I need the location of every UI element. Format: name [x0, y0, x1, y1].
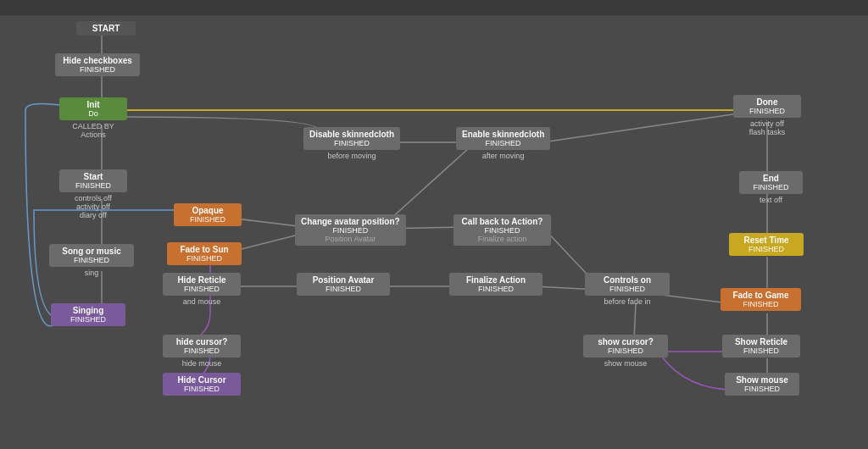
- opaque-title: Opaque: [180, 206, 236, 215]
- svg-line-15: [542, 113, 744, 142]
- node-init: Init Do CALLED BYActions: [59, 97, 127, 139]
- done-title: Done: [739, 97, 795, 107]
- position-avatar-title: Position Avatar: [303, 275, 384, 285]
- init-title: Init: [65, 100, 121, 109]
- node-fade-to-sun: Fade to Sun FINISHED: [167, 242, 242, 265]
- node-change-avatar: Change avatar position? FINISHED Positio…: [295, 214, 406, 246]
- enable-skin-title: Enable skinnedcloth: [462, 130, 544, 139]
- node-show-mouse: Show mouse FINISHED: [725, 373, 799, 396]
- show-reticle-title: Show Reticle: [728, 337, 794, 346]
- node-song-or-music: Song or music FINISHED sing: [49, 244, 134, 277]
- init-sublabel: Do: [65, 109, 121, 118]
- fade-to-sun-title: Fade to Sun: [173, 245, 236, 254]
- finalize-action-title: Finalize Action: [455, 275, 537, 285]
- enable-skin-note: after moving: [456, 152, 550, 160]
- hide-cursor-title: Hide Cursor: [169, 375, 235, 385]
- song-note: sing: [49, 269, 134, 277]
- show-mouse-title: Show mouse: [731, 375, 793, 385]
- reset-time-title: Reset Time: [735, 236, 798, 245]
- node-hide-checkboxes: Hide checkboxes FINISHED: [55, 53, 140, 76]
- node-start: START: [76, 21, 136, 36]
- node-controls-on: Controls on FINISHED before fade in: [585, 273, 670, 306]
- node-fade-to-game: Fade to Game FINISHED: [721, 288, 801, 311]
- node-hide-cursor: Hide Cursor FINISHED: [163, 373, 241, 396]
- disable-skin-title: Disable skinnedcloth: [309, 130, 394, 139]
- node-singing: Singing FINISHED: [51, 303, 125, 326]
- hide-checkboxes-status: FINISHED: [61, 65, 134, 74]
- header-bar: [0, 0, 868, 15]
- node-call-back: Call back to Action? FINISHED Finalize a…: [453, 214, 551, 246]
- node-finalize-action: Finalize Action FINISHED: [449, 273, 542, 296]
- change-avatar-title: Change avatar position?: [301, 217, 400, 226]
- call-back-title: Call back to Action?: [459, 217, 545, 226]
- singing-title: Singing: [57, 306, 120, 315]
- done-note: activity offflash tasks: [733, 119, 801, 136]
- end-title: End: [745, 174, 797, 183]
- node-position-avatar: Position Avatar FINISHED: [297, 273, 390, 296]
- show-cursor-q-note: show mouse: [583, 359, 668, 368]
- hide-cursor-q-note: hide mouse: [163, 359, 241, 368]
- fade-to-game-title: Fade to Game: [726, 291, 795, 300]
- start2-note: controls offactivity offdiary off: [59, 194, 127, 219]
- controls-on-title: Controls on: [591, 275, 664, 285]
- node-end: End FINISHED text off: [739, 171, 803, 204]
- song-title: Song or music: [55, 247, 128, 256]
- start2-title: Start: [65, 172, 121, 181]
- node-start2: Start FINISHED controls offactivity offd…: [59, 169, 127, 219]
- node-show-cursor-q: show cursor? FINISHED show mouse: [583, 335, 668, 368]
- hide-reticle-title: Hide Reticle: [169, 275, 235, 285]
- node-enable-skinnedcloth: Enable skinnedcloth FINISHED after movin…: [456, 127, 550, 160]
- hide-cursor-q-title: hide cursor?: [169, 337, 235, 346]
- node-hide-reticle: Hide Reticle FINISHED and mouse: [163, 273, 241, 306]
- svg-line-17: [661, 295, 729, 303]
- node-reset-time: Reset Time FINISHED: [729, 233, 804, 256]
- node-disable-skinnedcloth: Disable skinnedcloth FINISHED before mov…: [303, 127, 400, 160]
- node-hide-cursor-q: hide cursor? FINISHED hide mouse: [163, 335, 241, 368]
- hide-reticle-note: and mouse: [163, 297, 241, 306]
- controls-on-note: before fade in: [585, 297, 670, 306]
- show-cursor-q-title: show cursor?: [589, 337, 662, 346]
- node-done: Done FINISHED activity offflash tasks: [733, 95, 801, 136]
- disable-skin-note: before moving: [303, 152, 400, 160]
- hide-checkboxes-title: Hide checkboxes: [61, 56, 134, 65]
- start-label: START: [76, 21, 136, 36]
- init-note: CALLED BYActions: [59, 122, 127, 139]
- node-opaque: Opaque FINISHED: [174, 203, 242, 226]
- node-show-reticle: Show Reticle FINISHED: [722, 335, 800, 358]
- end-note: text off: [739, 196, 803, 204]
- svg-line-16: [634, 303, 636, 339]
